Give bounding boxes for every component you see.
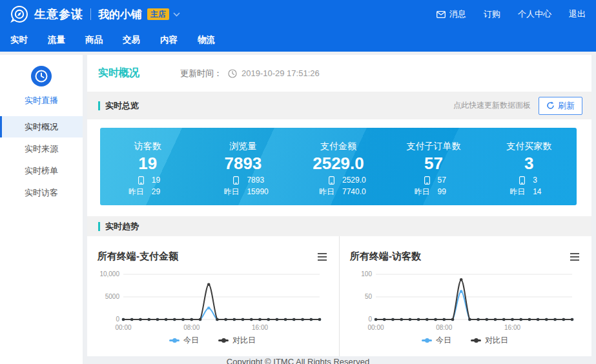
stat-card-pageviews: 浏览量 7893 7893 昨日15990 [196, 141, 291, 196]
sidebar-item-realtime-overview[interactable]: 实时概况 [0, 116, 83, 137]
nav-item-realtime[interactable]: 实时 [10, 34, 28, 46]
yesterday-label: 昨日 [118, 187, 144, 196]
nav-item-trade[interactable]: 交易 [123, 34, 140, 46]
update-time-label: 更新时间： [180, 68, 222, 79]
legend-item[interactable]: 今日 [422, 335, 451, 346]
copyright-footer: Copyright © ITMC All Rights Reserved [0, 357, 596, 364]
clock-icon [30, 65, 52, 87]
svg-text:08:00: 08:00 [183, 324, 200, 331]
messages-link[interactable]: 消息 [437, 8, 466, 20]
svg-text:00:00: 00:00 [367, 324, 384, 331]
stats-band-wrap: 访客数 19 19 昨日29 浏览量 7893 7893 昨日15990 支付金… [87, 119, 591, 205]
brand-title: 生意参谋 [34, 6, 83, 22]
page-title-row: 实时概况 更新时间： 2019-10-29 17:51:26 [87, 55, 591, 92]
shop-name[interactable]: 我的小铺 [98, 7, 142, 22]
stat-mobile-value: 19 [144, 176, 178, 185]
stat-label: 浏览量 [196, 141, 291, 152]
logout-link[interactable]: 退出 [569, 8, 586, 20]
stat-yesterday-value: 7740.0 [334, 187, 368, 196]
yesterday-label: 昨日 [499, 187, 525, 196]
svg-text:00:00: 00:00 [115, 324, 131, 331]
nav-item-traffic[interactable]: 流量 [48, 34, 65, 46]
sidebar-group-label: 实时直播 [0, 95, 83, 106]
stat-yesterday-value: 99 [430, 187, 464, 196]
yesterday-label: 昨日 [404, 187, 430, 196]
stat-yesterday-value: 15990 [239, 187, 272, 196]
hamburger-menu-icon[interactable] [317, 252, 327, 261]
svg-text:100: 100 [361, 270, 372, 278]
shop-badge: 主店 [147, 8, 169, 20]
overview-section-title: 实时总览 [105, 100, 139, 112]
header-divider [90, 8, 91, 20]
trend-section-header: 实时趋势 [87, 216, 591, 236]
stats-band: 访客数 19 19 昨日29 浏览量 7893 7893 昨日15990 支付金… [100, 128, 577, 205]
stat-value: 19 [100, 154, 196, 173]
svg-text:0: 0 [116, 316, 119, 323]
chart-legend: 今日对比日 [98, 335, 327, 346]
stat-card-paid-buyers: 支付买家数 3 3 昨日14 [481, 141, 577, 196]
stat-label: 支付金额 [291, 141, 386, 152]
sidebar-item-realtime-sources[interactable]: 实时来源 [0, 138, 83, 159]
chart-card-visitors: 所有终端-访客数 05010000:0008:0016:00 今日对比日 [340, 236, 591, 356]
chart-title: 所有终端-支付金额 [98, 250, 178, 263]
section-accent-bar [98, 101, 100, 110]
chart-card-payment: 所有终端-支付金额 0500010,00000:0008:0016:00 今日对… [87, 236, 340, 356]
svg-text:10,000: 10,000 [99, 270, 119, 278]
line-chart-payment: 0500010,00000:0008:0016:00 [98, 269, 325, 334]
stat-card-paid-suborders: 支付子订单数 57 57 昨日99 [386, 141, 482, 196]
stat-mobile-value: 7893 [239, 176, 272, 185]
yesterday-label: 昨日 [213, 187, 239, 196]
sidebar-group-live[interactable]: 实时直播 [0, 55, 83, 116]
update-time-value: 2019-10-29 17:51:26 [241, 68, 320, 78]
stat-mobile-value: 2529.0 [334, 176, 368, 185]
trend-charts: 所有终端-支付金额 0500010,00000:0008:0016:00 今日对… [87, 236, 591, 356]
line-chart-visitors: 05010000:0008:0016:00 [350, 269, 577, 334]
mobile-phone-icon [213, 176, 239, 185]
overview-section-header: 实时总览 点此快速更新数据面板 刷新 [87, 92, 591, 119]
chevron-down-icon[interactable] [173, 12, 180, 17]
nav-item-logistics[interactable]: 物流 [198, 34, 215, 46]
stat-label: 支付子订单数 [386, 141, 482, 152]
refresh-button[interactable]: 刷新 [539, 97, 582, 115]
header-utility-links: 消息 订购 个人中心 退出 [437, 8, 586, 20]
stat-yesterday-value: 29 [144, 187, 178, 196]
stat-yesterday-value: 14 [525, 187, 559, 196]
app-root: 生意参谋 我的小铺 主店 消息 订购 个人中心 退出 实时 流量 商品 交易 内… [0, 0, 596, 364]
sycm-logo-icon [10, 5, 28, 23]
top-header: 生意参谋 我的小铺 主店 消息 订购 个人中心 退出 实时 流量 商品 交易 内… [0, 0, 596, 52]
svg-text:50: 50 [365, 293, 373, 300]
sidebar-item-realtime-ranking[interactable]: 实时榜单 [0, 160, 83, 181]
mobile-phone-icon [118, 176, 144, 185]
sidebar-item-realtime-visitors[interactable]: 实时访客 [0, 182, 83, 203]
legend-item[interactable]: 对比日 [218, 335, 256, 346]
svg-text:0: 0 [368, 316, 372, 323]
hamburger-menu-icon[interactable] [570, 252, 580, 261]
stat-value: 7893 [196, 154, 291, 173]
page-title: 实时概况 [98, 66, 139, 80]
stat-value: 2529.0 [291, 154, 386, 173]
profile-link[interactable]: 个人中心 [518, 8, 551, 20]
svg-text:16:00: 16:00 [252, 324, 268, 331]
mobile-phone-icon [309, 176, 334, 185]
mobile-phone-icon [499, 176, 525, 185]
stat-label: 访客数 [100, 141, 196, 152]
yesterday-label: 昨日 [309, 187, 334, 196]
subscribe-link[interactable]: 订购 [484, 8, 500, 20]
nav-item-products[interactable]: 商品 [85, 34, 103, 46]
legend-item[interactable]: 今日 [169, 335, 199, 346]
stat-card-payment-amount: 支付金额 2529.0 2529.0 昨日7740.0 [291, 141, 386, 196]
main-panel: 实时概况 更新时间： 2019-10-29 17:51:26 实时总览 点此快速… [87, 55, 591, 356]
chart-legend: 今日对比日 [350, 335, 580, 346]
stat-card-visitors: 访客数 19 19 昨日29 [100, 141, 196, 196]
svg-text:08:00: 08:00 [436, 324, 452, 331]
legend-item[interactable]: 对比日 [471, 335, 508, 346]
sidebar: 实时直播 实时概况 实时来源 实时榜单 实时访客 [0, 55, 83, 364]
svg-text:5000: 5000 [105, 293, 120, 300]
envelope-icon [437, 11, 446, 18]
header-row-primary: 生意参谋 我的小铺 主店 消息 订购 个人中心 退出 [0, 0, 596, 28]
stat-mobile-value: 3 [525, 176, 559, 185]
nav-item-content[interactable]: 内容 [160, 34, 178, 46]
section-accent-bar [98, 222, 100, 231]
trend-section-title: 实时趋势 [105, 221, 139, 232]
main-nav: 实时 流量 商品 交易 内容 物流 [0, 28, 596, 52]
